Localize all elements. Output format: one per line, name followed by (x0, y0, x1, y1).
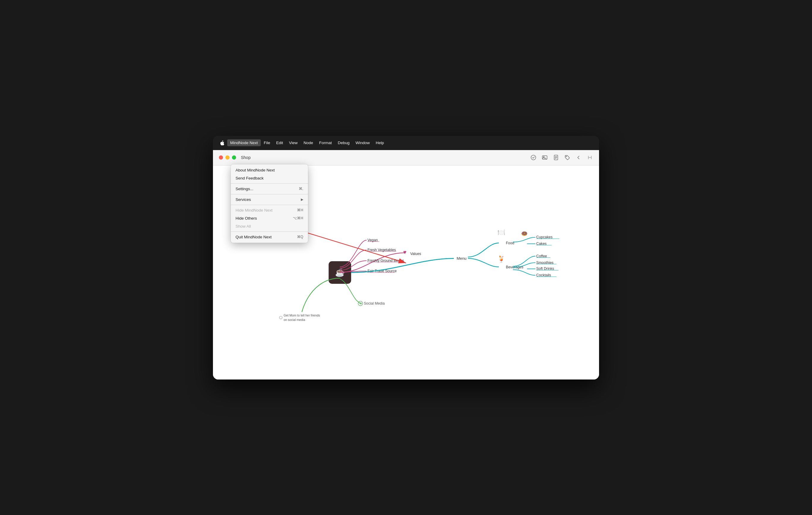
menu-bar: MindNode Next File Edit View Node Format… (213, 136, 599, 150)
svg-text:Values: Values (410, 252, 421, 256)
menu-mindnode[interactable]: MindNode Next (227, 139, 261, 146)
minimize-button[interactable] (225, 156, 230, 160)
branch-icon[interactable] (587, 154, 593, 161)
window-title: Shop (241, 155, 530, 160)
menu-file[interactable]: File (261, 139, 273, 146)
menu-node[interactable]: Node (300, 139, 316, 146)
svg-text:🍽️: 🍽️ (497, 228, 505, 236)
quit-shortcut: ⌘Q (297, 235, 303, 239)
menu-send-feedback[interactable]: Send Feedback (231, 174, 308, 182)
hide-shortcut: ⌘H (297, 208, 303, 212)
checkmark-icon[interactable] (530, 154, 537, 161)
toolbar-right (530, 154, 593, 161)
traffic-lights (219, 156, 236, 160)
title-bar: Shop (213, 150, 599, 165)
back-icon[interactable] (575, 154, 582, 161)
svg-text:🍩: 🍩 (521, 230, 528, 237)
menu-debug[interactable]: Debug (335, 139, 352, 146)
svg-text:Social Media: Social Media (364, 301, 385, 305)
apple-menu[interactable] (216, 138, 227, 148)
svg-rect-1 (542, 156, 547, 159)
svg-text:Food: Food (506, 241, 514, 245)
photo-icon[interactable] (542, 154, 548, 161)
svg-text:🍹: 🍹 (497, 255, 505, 263)
menu-hide: Hide MindNode Next ⌘H (231, 206, 308, 214)
document-icon[interactable] (553, 154, 559, 161)
mac-window: MindNode Next File Edit View Node Format… (213, 136, 599, 379)
separator-1 (231, 183, 308, 184)
menu-window[interactable]: Window (352, 139, 373, 146)
svg-point-27 (280, 316, 282, 319)
dropdown-menu: About MindNode Next Send Feedback Settin… (231, 164, 308, 243)
menu-quit[interactable]: Quit MindNode Next ⌘Q (231, 233, 308, 241)
close-button[interactable] (219, 156, 223, 160)
menu-format[interactable]: Format (316, 139, 335, 146)
menu-edit[interactable]: Edit (273, 139, 286, 146)
fullscreen-button[interactable] (232, 156, 236, 160)
menu-services[interactable]: Services ▶ (231, 195, 308, 204)
svg-point-4 (566, 156, 567, 157)
svg-text:Get Mom to tell her friends: Get Mom to tell her friends (284, 314, 320, 317)
submenu-arrow-icon: ▶ (301, 198, 303, 201)
separator-2 (231, 194, 308, 194)
menu-view[interactable]: View (286, 139, 300, 146)
tag-icon[interactable] (564, 154, 571, 161)
settings-shortcut: ⌘, (299, 187, 303, 191)
hide-others-shortcut: ⌥⌘H (293, 216, 303, 220)
svg-point-2 (544, 157, 544, 158)
menu-about[interactable]: About MindNode Next (231, 166, 308, 174)
svg-text:Menu: Menu (457, 256, 467, 261)
menu-help[interactable]: Help (373, 139, 387, 146)
svg-text:on social media: on social media (284, 318, 305, 321)
svg-text:Beverages: Beverages (506, 265, 523, 269)
window-body: Shop (213, 150, 599, 379)
menu-show-all: Show All (231, 222, 308, 230)
menu-settings[interactable]: Settings... ⌘, (231, 185, 308, 193)
menu-hide-others[interactable]: Hide Others ⌥⌘H (231, 214, 308, 222)
separator-3 (231, 205, 308, 205)
separator-4 (231, 232, 308, 232)
svg-point-0 (531, 155, 536, 160)
svg-text:♥: ♥ (403, 249, 407, 255)
